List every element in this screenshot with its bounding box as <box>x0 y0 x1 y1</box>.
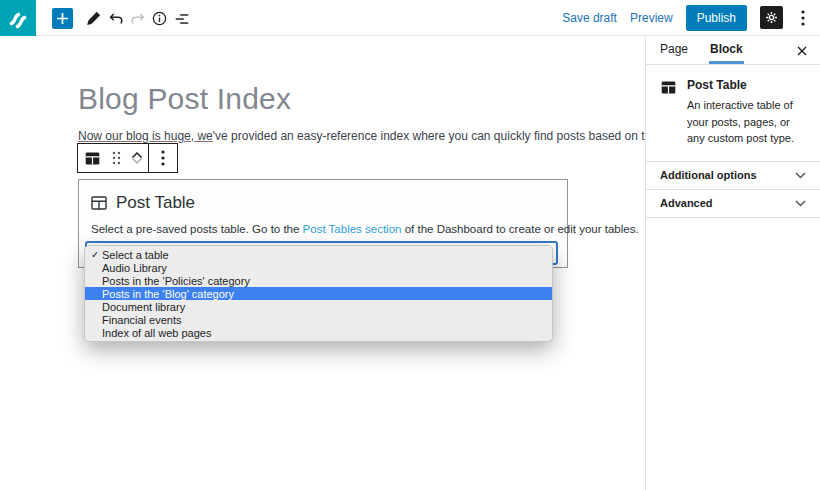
gear-icon <box>764 10 779 25</box>
paragraph-underlined-text: Now our blog is huge, we <box>78 129 213 143</box>
dropdown-item-label: Posts in the 'Policies' category <box>102 275 250 287</box>
move-down-icon[interactable] <box>131 157 143 165</box>
post-title[interactable]: Blog Post Index <box>78 82 291 116</box>
chevron-down-icon <box>795 200 806 207</box>
block-movers <box>126 152 148 164</box>
paragraph-text: 've provided an easy-reference index whe… <box>213 129 693 143</box>
redo-icon <box>129 10 147 28</box>
dropdown-item[interactable]: ✓Select a table <box>85 248 552 261</box>
table-select-dropdown: ✓Select a table Audio Library Posts in t… <box>84 245 553 342</box>
panel-label: Advanced <box>660 197 713 209</box>
sidebar-tabs: Page Block <box>646 37 820 65</box>
kebab-icon <box>801 10 805 26</box>
plus-icon <box>56 12 69 25</box>
dropdown-item[interactable]: Document library <box>85 300 552 313</box>
dropdown-item[interactable]: Financial events <box>85 313 552 326</box>
dropdown-item-label: Document library <box>102 301 185 313</box>
list-view-button[interactable] <box>171 8 192 29</box>
drag-dots-icon <box>112 151 121 165</box>
post-table-block-description: Select a pre-saved posts table. Go to th… <box>91 223 639 235</box>
block-card-title: Post Table <box>687 78 806 92</box>
dropdown-item-selected[interactable]: Posts in the 'Blog' category <box>85 287 552 300</box>
top-toolbar: Save draft Preview Publish <box>0 0 820 36</box>
dropdown-item-label: Select a table <box>102 249 169 261</box>
info-icon <box>151 10 168 27</box>
redo-button[interactable] <box>127 8 148 29</box>
edit-mode-button[interactable] <box>83 8 104 29</box>
close-icon <box>797 46 807 56</box>
preview-button[interactable]: Preview <box>630 11 673 25</box>
tab-block[interactable]: Block <box>709 37 744 64</box>
save-draft-button[interactable]: Save draft <box>562 11 617 25</box>
options-menu-button[interactable] <box>796 6 810 29</box>
plugin-logo[interactable] <box>0 0 36 36</box>
settings-sidebar: Page Block Post Table An interactive tab… <box>645 37 820 490</box>
dropdown-item-label: Index of all web pages <box>102 327 211 339</box>
dropdown-item[interactable]: Posts in the 'Policies' category <box>85 274 552 287</box>
close-sidebar-button[interactable] <box>797 37 807 64</box>
post-table-block-header: Post Table <box>91 193 195 213</box>
dropdown-item[interactable]: Index of all web pages <box>85 326 552 339</box>
block-options-button[interactable] <box>149 144 177 172</box>
block-toolbar-group <box>78 144 148 172</box>
editor-page: Save draft Preview Publish Page B <box>0 0 820 490</box>
block-toolbar <box>77 143 178 173</box>
check-icon: ✓ <box>91 249 99 260</box>
kebab-icon <box>161 150 165 166</box>
tab-page[interactable]: Page <box>659 37 689 64</box>
details-button[interactable] <box>149 8 170 29</box>
panel-additional-options[interactable]: Additional options <box>646 162 820 190</box>
description-text: Select a pre-saved posts table. Go to th… <box>91 223 303 235</box>
block-card-text: Post Table An interactive table of your … <box>687 78 806 147</box>
table-icon <box>660 79 677 96</box>
block-inserter-button[interactable] <box>52 8 73 29</box>
table-icon <box>84 150 101 167</box>
dropdown-item[interactable]: Audio Library <box>85 261 552 274</box>
post-paragraph[interactable]: Now our blog is huge, we've provided an … <box>78 129 693 143</box>
undo-icon <box>107 10 125 28</box>
post-tables-section-link[interactable]: Post Tables section <box>303 223 402 235</box>
block-type-button[interactable] <box>78 144 107 172</box>
settings-toggle-button[interactable] <box>760 6 783 29</box>
barn2-logo-icon <box>5 5 31 31</box>
pencil-icon <box>85 10 102 27</box>
dropdown-item-label: Posts in the 'Blog' category <box>102 288 234 300</box>
list-view-icon <box>173 10 191 28</box>
topbar-actions: Save draft Preview Publish <box>562 0 810 35</box>
chevron-down-icon <box>795 172 806 179</box>
publish-button[interactable]: Publish <box>686 5 747 31</box>
block-card-description: An interactive table of your posts, page… <box>687 97 806 147</box>
description-text: of the Dashboard to create or edit your … <box>401 223 638 235</box>
dropdown-item-label: Audio Library <box>102 262 167 274</box>
table-outline-icon <box>91 196 107 210</box>
block-card: Post Table An interactive table of your … <box>646 65 820 162</box>
post-table-block-title: Post Table <box>116 193 195 213</box>
panel-label: Additional options <box>660 169 757 181</box>
dropdown-item-label: Financial events <box>102 314 182 326</box>
drag-handle[interactable] <box>107 144 126 172</box>
undo-button[interactable] <box>105 8 126 29</box>
panel-advanced[interactable]: Advanced <box>646 190 820 218</box>
